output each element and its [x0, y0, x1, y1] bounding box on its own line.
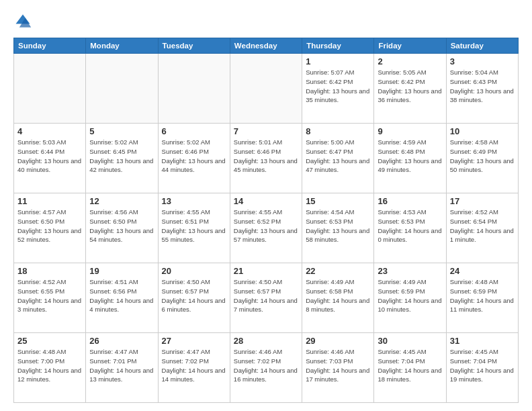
cell-info: Sunrise: 4:48 AMSunset: 7:00 PMDaylight:… [17, 347, 82, 384]
calendar-cell: 17Sunrise: 4:52 AMSunset: 6:54 PMDayligh… [446, 193, 518, 263]
calendar-cell: 27Sunrise: 4:47 AMSunset: 7:02 PMDayligh… [158, 333, 230, 403]
cell-day-number: 24 [450, 266, 515, 276]
cell-day-number: 28 [234, 336, 298, 346]
cell-info: Sunrise: 4:48 AMSunset: 6:59 PMDaylight:… [450, 277, 515, 314]
cell-info: Sunrise: 4:49 AMSunset: 6:59 PMDaylight:… [378, 277, 442, 314]
cell-day-number: 29 [306, 336, 370, 346]
cell-info: Sunrise: 4:51 AMSunset: 6:56 PMDaylight:… [89, 277, 154, 314]
cell-day-number: 11 [17, 196, 82, 206]
calendar-cell: 14Sunrise: 4:55 AMSunset: 6:52 PMDayligh… [230, 193, 302, 263]
calendar-cell: 26Sunrise: 4:47 AMSunset: 7:01 PMDayligh… [86, 333, 158, 403]
cell-day-number: 21 [234, 266, 298, 276]
cell-day-number: 8 [306, 126, 370, 136]
cell-day-number: 6 [162, 126, 226, 136]
day-header-friday: Friday [374, 38, 446, 54]
cell-info: Sunrise: 4:47 AMSunset: 7:01 PMDaylight:… [89, 347, 154, 384]
logo-icon [13, 12, 32, 31]
day-header-sunday: Sunday [14, 38, 86, 54]
cell-info: Sunrise: 4:55 AMSunset: 6:51 PMDaylight:… [162, 208, 226, 244]
cell-info: Sunrise: 5:02 AMSunset: 6:45 PMDaylight:… [89, 138, 154, 175]
cell-info: Sunrise: 4:55 AMSunset: 6:52 PMDaylight:… [234, 208, 298, 244]
cell-day-number: 23 [378, 266, 442, 276]
cell-day-number: 31 [450, 336, 515, 346]
calendar-cell [158, 54, 230, 124]
calendar-cell: 6Sunrise: 5:02 AMSunset: 6:46 PMDaylight… [158, 124, 230, 193]
cell-day-number: 7 [234, 126, 298, 136]
cell-info: Sunrise: 5:03 AMSunset: 6:44 PMDaylight:… [17, 138, 82, 175]
calendar-cell: 21Sunrise: 4:50 AMSunset: 6:57 PMDayligh… [230, 263, 302, 333]
cell-day-number: 1 [306, 56, 370, 66]
cell-info: Sunrise: 4:54 AMSunset: 6:53 PMDaylight:… [306, 208, 370, 244]
cell-day-number: 12 [89, 196, 154, 206]
cell-info: Sunrise: 4:45 AMSunset: 7:04 PMDaylight:… [450, 347, 515, 384]
cell-info: Sunrise: 5:01 AMSunset: 6:46 PMDaylight:… [234, 138, 298, 175]
cell-day-number: 16 [378, 196, 442, 206]
calendar-cell: 4Sunrise: 5:03 AMSunset: 6:44 PMDaylight… [14, 124, 86, 193]
calendar-cell: 8Sunrise: 5:00 AMSunset: 6:47 PMDaylight… [302, 124, 374, 193]
cell-info: Sunrise: 4:58 AMSunset: 6:49 PMDaylight:… [450, 138, 515, 175]
calendar-cell: 28Sunrise: 4:46 AMSunset: 7:02 PMDayligh… [230, 333, 302, 403]
cell-info: Sunrise: 4:59 AMSunset: 6:48 PMDaylight:… [378, 138, 442, 175]
logo [13, 12, 35, 31]
cell-info: Sunrise: 4:57 AMSunset: 6:50 PMDaylight:… [17, 208, 82, 244]
cell-day-number: 25 [17, 336, 82, 346]
week-row-3: 18Sunrise: 4:52 AMSunset: 6:55 PMDayligh… [14, 263, 519, 333]
calendar-cell: 18Sunrise: 4:52 AMSunset: 6:55 PMDayligh… [14, 263, 86, 333]
day-header-tuesday: Tuesday [158, 38, 230, 54]
cell-day-number: 20 [162, 266, 226, 276]
week-row-0: 1Sunrise: 5:07 AMSunset: 6:42 PMDaylight… [14, 54, 519, 124]
calendar-cell [230, 54, 302, 124]
calendar-cell: 30Sunrise: 4:45 AMSunset: 7:04 PMDayligh… [374, 333, 446, 403]
calendar-cell [86, 54, 158, 124]
cell-day-number: 2 [378, 56, 442, 66]
day-header-thursday: Thursday [302, 38, 374, 54]
day-header-saturday: Saturday [446, 38, 518, 54]
calendar-cell: 10Sunrise: 4:58 AMSunset: 6:49 PMDayligh… [446, 124, 518, 193]
day-header-wednesday: Wednesday [230, 38, 302, 54]
cell-day-number: 19 [89, 266, 154, 276]
cell-info: Sunrise: 5:00 AMSunset: 6:47 PMDaylight:… [306, 138, 370, 175]
cell-day-number: 9 [378, 126, 442, 136]
calendar-cell: 29Sunrise: 4:46 AMSunset: 7:03 PMDayligh… [302, 333, 374, 403]
cell-info: Sunrise: 4:46 AMSunset: 7:02 PMDaylight:… [234, 347, 298, 384]
week-row-2: 11Sunrise: 4:57 AMSunset: 6:50 PMDayligh… [14, 193, 519, 263]
cell-info: Sunrise: 4:53 AMSunset: 6:53 PMDaylight:… [378, 208, 442, 244]
calendar-cell: 19Sunrise: 4:51 AMSunset: 6:56 PMDayligh… [86, 263, 158, 333]
calendar-header: SundayMondayTuesdayWednesdayThursdayFrid… [14, 38, 519, 54]
header [13, 12, 519, 31]
calendar-cell: 3Sunrise: 5:04 AMSunset: 6:43 PMDaylight… [446, 54, 518, 124]
cell-day-number: 5 [89, 126, 154, 136]
cell-info: Sunrise: 4:49 AMSunset: 6:58 PMDaylight:… [306, 277, 370, 314]
cell-day-number: 30 [378, 336, 442, 346]
calendar-cell: 31Sunrise: 4:45 AMSunset: 7:04 PMDayligh… [446, 333, 518, 403]
cell-day-number: 15 [306, 196, 370, 206]
calendar-cell: 16Sunrise: 4:53 AMSunset: 6:53 PMDayligh… [374, 193, 446, 263]
day-header-monday: Monday [86, 38, 158, 54]
cell-day-number: 22 [306, 266, 370, 276]
calendar-cell: 15Sunrise: 4:54 AMSunset: 6:53 PMDayligh… [302, 193, 374, 263]
week-row-1: 4Sunrise: 5:03 AMSunset: 6:44 PMDaylight… [14, 124, 519, 193]
cell-info: Sunrise: 5:05 AMSunset: 6:42 PMDaylight:… [378, 68, 442, 105]
cell-day-number: 10 [450, 126, 515, 136]
cell-info: Sunrise: 4:50 AMSunset: 6:57 PMDaylight:… [162, 277, 226, 314]
cell-info: Sunrise: 4:46 AMSunset: 7:03 PMDaylight:… [306, 347, 370, 384]
cell-day-number: 4 [17, 126, 82, 136]
calendar-cell [14, 54, 86, 124]
cell-info: Sunrise: 5:07 AMSunset: 6:42 PMDaylight:… [306, 68, 370, 105]
cell-day-number: 17 [450, 196, 515, 206]
cell-info: Sunrise: 4:52 AMSunset: 6:55 PMDaylight:… [17, 277, 82, 314]
cell-info: Sunrise: 4:50 AMSunset: 6:57 PMDaylight:… [234, 277, 298, 314]
cell-day-number: 14 [234, 196, 298, 206]
cell-day-number: 13 [162, 196, 226, 206]
calendar-cell: 20Sunrise: 4:50 AMSunset: 6:57 PMDayligh… [158, 263, 230, 333]
cell-info: Sunrise: 5:02 AMSunset: 6:46 PMDaylight:… [162, 138, 226, 175]
calendar-cell: 2Sunrise: 5:05 AMSunset: 6:42 PMDaylight… [374, 54, 446, 124]
calendar-cell: 13Sunrise: 4:55 AMSunset: 6:51 PMDayligh… [158, 193, 230, 263]
header-row: SundayMondayTuesdayWednesdayThursdayFrid… [14, 38, 519, 54]
calendar-cell: 12Sunrise: 4:56 AMSunset: 6:50 PMDayligh… [86, 193, 158, 263]
cell-info: Sunrise: 5:04 AMSunset: 6:43 PMDaylight:… [450, 68, 515, 105]
cell-day-number: 18 [17, 266, 82, 276]
calendar-cell: 9Sunrise: 4:59 AMSunset: 6:48 PMDaylight… [374, 124, 446, 193]
calendar-cell: 22Sunrise: 4:49 AMSunset: 6:58 PMDayligh… [302, 263, 374, 333]
cell-info: Sunrise: 4:52 AMSunset: 6:54 PMDaylight:… [450, 208, 515, 244]
